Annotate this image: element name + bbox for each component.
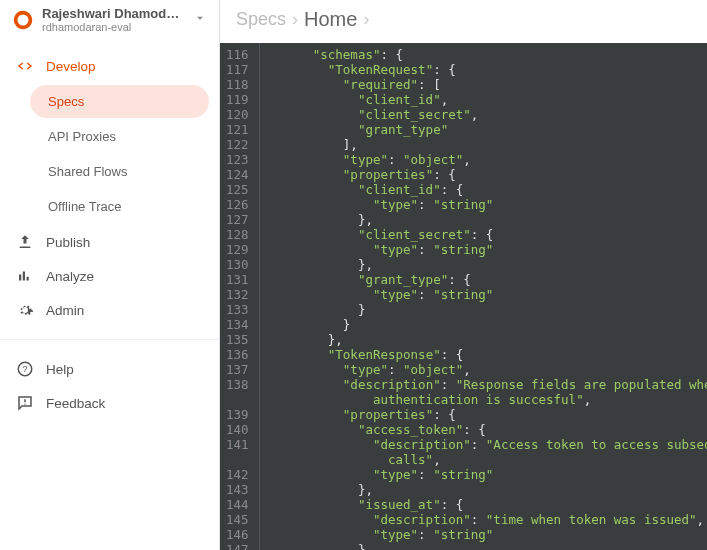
account-name: Rajeshwari Dhamod… xyxy=(42,6,185,21)
gear-icon xyxy=(16,301,34,319)
code-editor[interactable]: 116 117 118 119 120 121 122 123 124 125 … xyxy=(220,43,707,550)
nav-section-develop: Develop Specs API Proxies Shared Flows O… xyxy=(0,43,219,333)
chevron-down-icon xyxy=(193,11,207,29)
nav-feedback[interactable]: Feedback xyxy=(0,386,219,420)
nav-analyze[interactable]: Analyze xyxy=(0,259,219,293)
nav-publish-label: Publish xyxy=(46,235,90,250)
code-icon xyxy=(16,57,34,75)
svg-point-3 xyxy=(24,404,25,405)
account-org: rdhamodaran-eval xyxy=(42,21,185,33)
nav-feedback-label: Feedback xyxy=(46,396,105,411)
nav-analyze-label: Analyze xyxy=(46,269,94,284)
nav-publish[interactable]: Publish xyxy=(0,225,219,259)
account-switcher[interactable]: Rajeshwari Dhamod… rdhamodaran-eval xyxy=(0,4,219,43)
chevron-right-icon: › xyxy=(363,9,369,30)
breadcrumb-parent[interactable]: Specs xyxy=(236,9,286,30)
sidebar: Rajeshwari Dhamod… rdhamodaran-eval Deve… xyxy=(0,0,220,550)
account-text: Rajeshwari Dhamod… rdhamodaran-eval xyxy=(42,6,185,33)
nav-develop[interactable]: Develop xyxy=(0,49,219,83)
main: Specs › Home › 116 117 118 119 120 121 1… xyxy=(220,0,707,550)
nav-section-support: ? Help Feedback xyxy=(0,339,219,426)
help-icon: ? xyxy=(16,360,34,378)
nav-develop-label: Develop xyxy=(46,59,96,74)
nav-offline-trace[interactable]: Offline Trace xyxy=(30,190,209,223)
nav-develop-children: Specs API Proxies Shared Flows Offline T… xyxy=(0,85,219,223)
line-gutter: 116 117 118 119 120 121 122 123 124 125 … xyxy=(220,43,260,550)
nav-shared-flows[interactable]: Shared Flows xyxy=(30,155,209,188)
svg-text:?: ? xyxy=(22,364,27,374)
nav-api-proxies[interactable]: API Proxies xyxy=(30,120,209,153)
apigee-logo-icon xyxy=(12,9,34,31)
code-content[interactable]: "schemas": { "TokenRequest": { "required… xyxy=(260,43,707,550)
analyze-icon xyxy=(16,267,34,285)
nav-help[interactable]: ? Help xyxy=(0,352,219,386)
feedback-icon xyxy=(16,394,34,412)
publish-icon xyxy=(16,233,34,251)
nav-admin-label: Admin xyxy=(46,303,84,318)
chevron-right-icon: › xyxy=(292,9,298,30)
breadcrumb-current: Home xyxy=(304,8,357,31)
breadcrumb: Specs › Home › xyxy=(220,0,707,43)
nav-admin[interactable]: Admin xyxy=(0,293,219,327)
nav-help-label: Help xyxy=(46,362,74,377)
nav-specs[interactable]: Specs xyxy=(30,85,209,118)
